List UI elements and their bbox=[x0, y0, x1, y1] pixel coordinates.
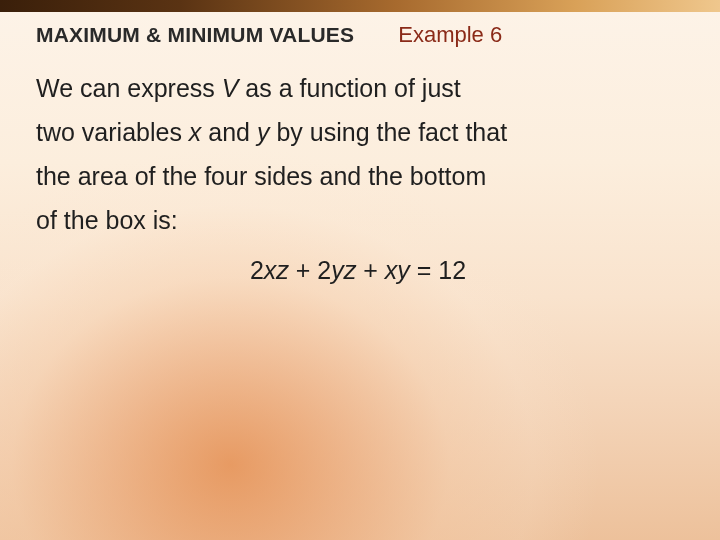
top-accent-bar bbox=[0, 0, 720, 12]
text: We can express bbox=[36, 74, 222, 102]
var-y: y bbox=[257, 118, 270, 146]
section-title: MAXIMUM & MINIMUM VALUES bbox=[36, 23, 354, 47]
body-line-3: the area of the four sides and the botto… bbox=[36, 154, 680, 198]
term-yz: yz bbox=[331, 256, 356, 284]
text: by using the fact that bbox=[269, 118, 507, 146]
term-xz: xz bbox=[264, 256, 289, 284]
slide: MAXIMUM & MINIMUM VALUES Example 6 We ca… bbox=[0, 0, 720, 540]
var-x: x bbox=[189, 118, 202, 146]
slide-body: We can express V as a function of just t… bbox=[36, 66, 680, 292]
var-v: V bbox=[222, 74, 239, 102]
text: as a function of just bbox=[238, 74, 460, 102]
example-label: Example 6 bbox=[398, 22, 502, 48]
equation: 2xz + 2yz + xy = 12 bbox=[36, 248, 680, 292]
text: + bbox=[356, 256, 385, 284]
text: and bbox=[201, 118, 257, 146]
text: = 12 bbox=[410, 256, 466, 284]
text: + 2 bbox=[289, 256, 331, 284]
body-line-2: two variables x and y by using the fact … bbox=[36, 110, 680, 154]
text: 2 bbox=[250, 256, 264, 284]
body-line-1: We can express V as a function of just bbox=[36, 66, 680, 110]
text: two variables bbox=[36, 118, 189, 146]
body-line-4: of the box is: bbox=[36, 198, 680, 242]
term-xy: xy bbox=[385, 256, 410, 284]
slide-header: MAXIMUM & MINIMUM VALUES Example 6 bbox=[36, 22, 690, 48]
